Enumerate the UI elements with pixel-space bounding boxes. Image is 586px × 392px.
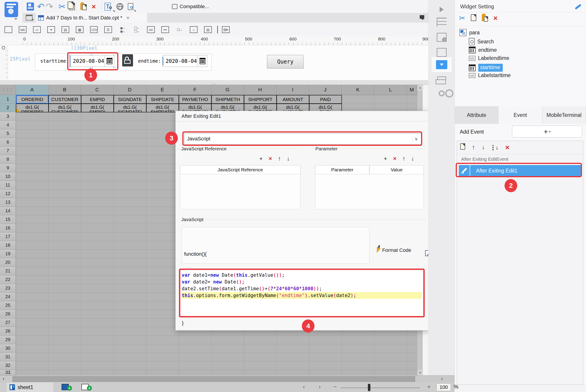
copy-icon[interactable]	[471, 14, 476, 22]
tab-event[interactable]: Event	[498, 106, 542, 124]
row-header-1[interactable]: 1	[0, 95, 16, 104]
tab-mobile-terminal[interactable]: MobileTerminal	[542, 106, 586, 124]
row-header-10[interactable]: 10	[0, 172, 16, 181]
row-header-15[interactable]: 15	[0, 215, 16, 224]
dropdown-widget-icon[interactable]: ▾	[46, 25, 56, 34]
checkbox-widget-icon[interactable]: ☐–	[174, 25, 185, 34]
grid-cell-E2[interactable]: ↓ds1.G(SHIPDATE)	[146, 104, 179, 112]
column-header-L[interactable]: L	[374, 85, 407, 95]
tree-item-labelendtime[interactable]: labLabelendtime	[469, 55, 509, 61]
radio-group-widget-icon[interactable]: ◉– ◉–	[117, 25, 128, 34]
tab-close-icon[interactable]: ×	[126, 15, 129, 21]
next-sheet-icon[interactable]: ›	[319, 384, 321, 390]
remove-icon[interactable]: ×	[393, 155, 396, 162]
row-header-3[interactable]: 3	[0, 112, 16, 121]
grid-cell-A2[interactable]: ↓ds1.G(ORDERID)	[16, 104, 49, 112]
endtime-datepicker[interactable]: 2020-08-04	[162, 55, 207, 67]
grid-cell-G1[interactable]: SHIPMETH	[211, 95, 244, 104]
row-header-22[interactable]: 22	[0, 275, 16, 284]
pane-splitter[interactable]: ···	[0, 80, 428, 85]
tab-attribute[interactable]: Attribute	[455, 106, 498, 124]
row-header-12[interactable]: 12	[0, 190, 16, 198]
row-header-16[interactable]: 16	[0, 224, 16, 232]
template-search-icon[interactable]	[128, 2, 133, 11]
report-edit-widget-icon[interactable]: ▤	[203, 25, 213, 34]
grid-cell-A1[interactable]: ORDERID	[16, 95, 49, 104]
zoom-value[interactable]: 100	[436, 384, 451, 391]
copy-icon[interactable]	[69, 2, 75, 11]
hyperlink-icon[interactable]	[439, 90, 445, 96]
column-header-G[interactable]: G	[211, 85, 244, 95]
cell-attribute-icon[interactable]	[437, 18, 447, 27]
horizontal-scrollbar[interactable]: ‹ ›	[0, 375, 455, 382]
scroll-up-icon[interactable]: ∧	[417, 85, 423, 91]
new-report-icon[interactable]	[26, 15, 33, 20]
format-code-button[interactable]: Format Code	[376, 247, 411, 253]
js-reference-table-header[interactable]: JavaScript Reference	[180, 165, 301, 174]
row-header-32[interactable]: 32	[0, 361, 16, 370]
row-header-7[interactable]: 7	[0, 146, 16, 155]
column-header-F[interactable]: F	[179, 85, 211, 95]
label-widget-icon[interactable]: lab	[18, 25, 28, 34]
column-header-B[interactable]: B	[49, 85, 81, 95]
move-down-icon[interactable]: ↓	[287, 155, 289, 162]
grid-cell-D1[interactable]: SIGNDATE	[114, 95, 146, 104]
widget-manager-icon[interactable]: ▤▸	[221, 25, 231, 34]
button-widget-icon[interactable]: ▭	[32, 25, 42, 34]
row-header-5[interactable]: 5	[0, 129, 16, 138]
column-header-A[interactable]: A	[16, 85, 49, 95]
tab-list-icon[interactable]	[420, 15, 424, 19]
move-down-icon[interactable]: ↓	[411, 155, 414, 162]
password-widget-icon[interactable]: •••	[160, 25, 170, 34]
parameter-column-header[interactable]: Parameter	[315, 165, 370, 174]
scroll-right-icon[interactable]: ›	[441, 376, 443, 382]
add-event-combo[interactable]: + ▾	[512, 126, 582, 138]
delete-icon[interactable]: ×	[92, 2, 96, 11]
row-header-9[interactable]: 9	[0, 164, 16, 172]
scrollbar-thumb[interactable]	[13, 376, 415, 382]
endtime-calendar-icon[interactable]	[197, 56, 207, 67]
sheet-tab[interactable]: sheet1	[7, 382, 53, 392]
js-reference-list[interactable]	[180, 174, 301, 209]
date-widget-icon[interactable]: ▦	[74, 25, 85, 34]
column-header-M[interactable]: M	[407, 85, 417, 95]
widget-setting-dock-icon[interactable]	[432, 57, 452, 72]
row-header-24[interactable]: 24	[0, 292, 16, 301]
column-header-K[interactable]: K	[342, 85, 374, 95]
zoom-in-icon[interactable]: +	[427, 384, 431, 390]
paste-icon[interactable]	[482, 14, 488, 22]
add-icon[interactable]: +	[384, 155, 387, 162]
undo-icon[interactable]: ↶	[37, 2, 45, 11]
delete-icon[interactable]: ×	[493, 14, 498, 22]
redo-icon[interactable]: ↷	[46, 2, 53, 11]
number-widget-icon[interactable]: 123	[89, 25, 99, 34]
tree-item-para[interactable]: para	[459, 29, 480, 36]
row-header-26[interactable]: 26	[0, 310, 16, 318]
compatibility-button[interactable]: Compatible...	[172, 2, 209, 11]
row-header-30[interactable]: 30	[0, 344, 16, 353]
web-preview-icon[interactable]	[117, 2, 123, 11]
list-widget-icon[interactable]: ☰	[103, 25, 113, 34]
add-icon[interactable]: +	[259, 155, 263, 162]
move-up-icon[interactable]: ↑	[472, 144, 475, 151]
grid-cell-B2[interactable]: ↓ds1.G(CUSTOMER)	[49, 104, 81, 112]
column-header-D[interactable]: D	[114, 85, 146, 95]
zoom-slider-thumb[interactable]	[368, 384, 370, 391]
row-header-11[interactable]: 11	[0, 181, 16, 190]
save-button[interactable]	[27, 2, 34, 11]
paste-icon[interactable]	[80, 2, 87, 11]
condition-attribute-icon[interactable]	[437, 76, 446, 80]
scroll-down-icon[interactable]: ∨	[417, 370, 423, 375]
row-header-2[interactable]: 2	[0, 104, 16, 112]
parameter-list[interactable]	[315, 174, 424, 209]
cell-element-icon[interactable]: i	[437, 33, 447, 42]
copy-event-icon[interactable]	[460, 143, 465, 151]
add-chart-sheet-button[interactable]: +	[82, 384, 92, 391]
grid-cell-H1[interactable]: SHIPPORT	[244, 95, 277, 104]
move-up-icon[interactable]: ↑	[278, 155, 281, 162]
row-header-18[interactable]: 18	[0, 241, 16, 250]
row-header-17[interactable]: 17	[0, 232, 16, 241]
tree-widget-icon[interactable]: ⌂	[188, 25, 199, 34]
cut-icon[interactable]: ✂	[58, 2, 66, 11]
column-header-E[interactable]: E	[146, 85, 179, 95]
